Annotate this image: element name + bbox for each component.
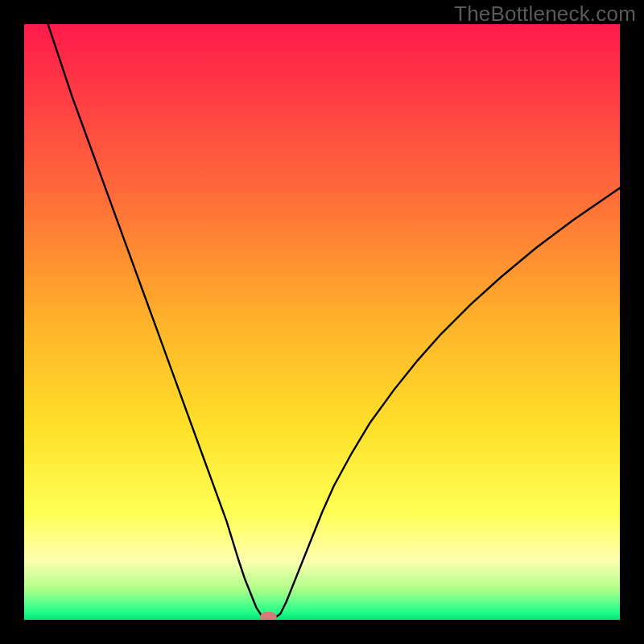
gradient-background bbox=[24, 24, 620, 620]
chart-frame: TheBottleneck.com bbox=[0, 0, 644, 644]
watermark-text: TheBottleneck.com bbox=[454, 2, 636, 27]
chart-svg bbox=[24, 24, 620, 620]
chart-plot-area bbox=[24, 24, 620, 620]
